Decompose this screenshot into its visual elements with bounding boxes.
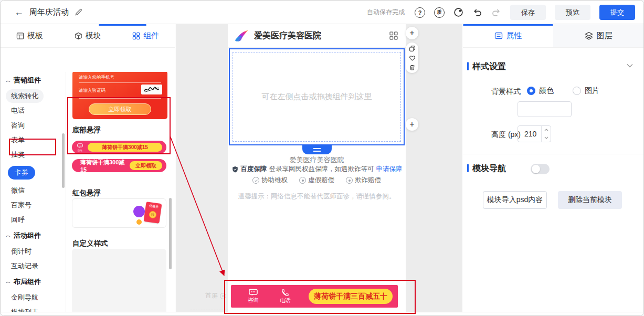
sidebar-item-phone[interactable]: 电话 <box>1 103 66 118</box>
delete-module-button[interactable]: 删除当前模块 <box>558 191 622 209</box>
sidebar-item-consult[interactable]: 咨询 <box>1 118 66 133</box>
component-list-scrollbar[interactable] <box>169 198 172 269</box>
theme-icon[interactable] <box>453 7 463 17</box>
submit-button[interactable]: 提交 <box>599 5 635 20</box>
sidebar-item-horizontal-list[interactable]: 横排列表 <box>1 305 66 312</box>
tab-properties-label: 属性 <box>506 31 522 41</box>
back-icon[interactable]: ← <box>14 7 24 18</box>
bottom-floating-bar[interactable]: 咨询 电话 薄荷饼干满三百减五十 <box>231 285 398 308</box>
selected-module-dropzone[interactable]: 可在左侧点击或拖拽组件到这里 <box>229 48 405 145</box>
bg-style-options: 颜色 图片 <box>527 86 599 96</box>
add-module-below-button[interactable]: + <box>406 118 418 131</box>
component-category-sidebar: ︿营销组件 线索转化 电话 咨询 表单 抽奖 卡券 微信 百家号 回呼 ︿活动组… <box>1 72 66 312</box>
footer-tip: 温馨提示：网络信息不能替代医师面诊，请谨慎参阅。 <box>228 192 406 201</box>
red-packet-graphic: 优惠券 领 <box>133 202 163 225</box>
save-button[interactable]: 保存 <box>510 5 546 20</box>
bottom-float-style-2[interactable]: 薄荷饼干满300减15 立即领取 <box>72 159 166 172</box>
sidebar-item-interaction-record[interactable]: 互动记录 <box>1 259 66 273</box>
tab-templates-label: 模板 <box>27 31 43 41</box>
edit-title-icon[interactable] <box>75 8 82 16</box>
bottom-bar-consult[interactable]: 咨询 <box>248 289 259 304</box>
badge-label: 欺诈赔偿 <box>355 176 381 185</box>
red-packet-float-preview[interactable]: 优惠券 领 <box>72 198 166 228</box>
sidebar-item-form[interactable]: 表单 <box>1 133 66 148</box>
sidebar-item-wechat[interactable]: 微信 <box>1 183 66 198</box>
badge-fraud-claim: 欺诈赔偿 <box>346 176 381 185</box>
phone-preview: 爱美医疗美容医院 可在左侧点击或拖拽组件到这里 爱美医疗美容医院 百度保障 登录… <box>228 24 406 312</box>
height-input[interactable]: 210 <box>518 125 551 142</box>
sidebar-item-label: 倒计时 <box>11 247 31 256</box>
footer-company: 爱美医疗美容医院 <box>228 155 406 165</box>
tab-modules[interactable]: 模块 <box>59 24 117 47</box>
dropzone-dashed-area: 可在左侧点击或拖拽组件到这里 <box>233 52 401 142</box>
copy-icon[interactable] <box>409 45 416 52</box>
components-icon <box>132 32 140 40</box>
add-module-above-button[interactable]: + <box>406 27 418 39</box>
tab-templates[interactable]: 模板 <box>1 24 59 47</box>
layers-icon <box>585 31 593 40</box>
phone-placeholder: 请输入您的手机号 <box>79 75 114 81</box>
lead-form-preview[interactable]: 请输入您的手机号 请输入验证码 立即领取 <box>72 72 167 119</box>
bottom-float-style-1[interactable]: 咨询 薄荷饼干满300减15 <box>72 141 166 154</box>
sidebar-item-lottery[interactable]: 抽奖 <box>1 148 66 162</box>
bg-color-input[interactable] <box>518 101 572 117</box>
sidebar-scrollbar[interactable] <box>62 133 65 188</box>
collapse-caret-icon: ︿ <box>6 279 10 285</box>
tab-modules-label: 模块 <box>86 31 101 41</box>
sidebar-item-coupon[interactable]: 卡券 <box>1 162 66 183</box>
sidebar-item-lead-conversion[interactable]: 线索转化 <box>1 89 66 103</box>
stepper-up-icon[interactable] <box>542 126 551 134</box>
module-drag-handle[interactable] <box>302 145 332 154</box>
group-header-label: 营销组件 <box>14 76 41 85</box>
module-toolbar <box>406 43 418 73</box>
radio-color[interactable]: 颜色 <box>527 86 554 96</box>
chat-icon <box>77 143 83 148</box>
redo-icon[interactable] <box>491 7 501 17</box>
chevron-down-icon[interactable] <box>627 64 633 68</box>
collapse-caret-icon: ︿ <box>6 78 10 83</box>
bottom-bar-phone[interactable]: 电话 <box>280 289 291 304</box>
right-tab-active-indicator <box>463 24 553 26</box>
site-header: 爱美医疗美容医院 <box>228 24 406 48</box>
group-header-marketing[interactable]: ︿营销组件 <box>1 72 66 89</box>
autosave-status: 自动保存完成 <box>367 8 405 17</box>
tab-layers[interactable]: 图层 <box>553 24 643 47</box>
grid-menu-icon[interactable] <box>389 31 398 40</box>
bottom-bar-coupon-button[interactable]: 薄荷饼干满三百减五十 <box>309 289 393 304</box>
stepper-down-icon[interactable] <box>542 134 551 142</box>
sidebar-item-label: 百家号 <box>11 201 31 210</box>
style-settings-title: 样式设置 <box>472 61 506 72</box>
radio-image[interactable]: 图片 <box>573 86 599 96</box>
group-header-layout[interactable]: ︿布局组件 <box>1 273 66 290</box>
radio-image-label: 图片 <box>585 86 599 96</box>
undo-icon[interactable] <box>472 7 482 17</box>
check-circle-icon <box>252 177 259 184</box>
quality-icon[interactable]: 质 <box>434 7 445 18</box>
tab-properties[interactable]: 属性 <box>463 24 553 47</box>
preview-button[interactable]: 预览 <box>555 5 590 20</box>
topbar-left: ← 周年庆活动 <box>14 1 82 24</box>
toggle-knob <box>532 165 540 173</box>
tab-components-label: 组件 <box>143 31 159 41</box>
footer-badges: 协助维权 虚假赔偿 欺诈赔偿 <box>228 176 406 185</box>
sidebar-item-countdown[interactable]: 倒计时 <box>1 244 66 259</box>
section-title-red-packet: 红包悬浮 <box>72 188 101 198</box>
favorite-heart-icon[interactable] <box>409 55 416 61</box>
first-screen-icon <box>220 293 226 299</box>
custom-style-preview[interactable]: 薄荷饼干 满三百减五十元 <box>72 249 166 312</box>
bg-style-label: 背景样式 <box>491 87 521 97</box>
group-header-activity[interactable]: ︿活动组件 <box>1 227 66 244</box>
dot-circle-icon <box>299 177 306 184</box>
tab-components[interactable]: 组件 <box>117 24 175 47</box>
module-nav-toggle[interactable] <box>531 164 550 174</box>
sidebar-item-callback[interactable]: 回呼 <box>1 213 66 227</box>
sidebar-item-baijiahao[interactable]: 百家号 <box>1 198 66 213</box>
height-value[interactable]: 210 <box>518 126 541 142</box>
sidebar-item-label: 表单 <box>11 135 25 145</box>
delete-trash-icon[interactable] <box>409 64 416 71</box>
import-psd-button[interactable]: 模块导入psd内容 <box>483 191 547 209</box>
sidebar-item-king-kong-nav[interactable]: 金刚导航 <box>1 290 66 305</box>
help-icon[interactable]: ? <box>415 7 425 18</box>
page-title: 周年庆活动 <box>29 7 69 17</box>
guarantee-link[interactable]: 申请保障 <box>376 165 403 174</box>
